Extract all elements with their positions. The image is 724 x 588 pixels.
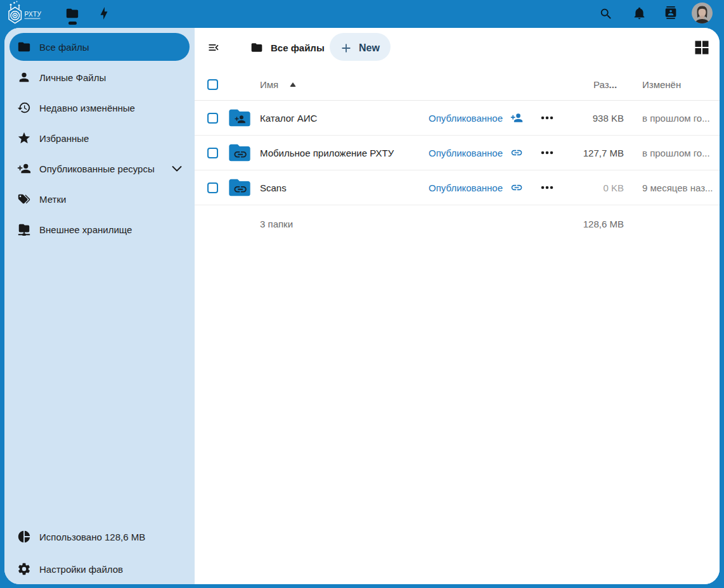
svg-text:РХТУ: РХТУ bbox=[25, 11, 42, 18]
